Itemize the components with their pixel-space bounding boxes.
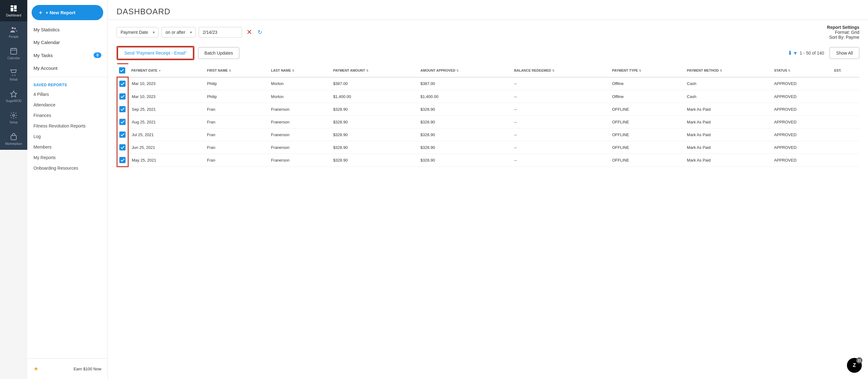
cell-payment-type: Offline <box>609 77 684 90</box>
cell-payment-date: Mar 10, 2023 <box>128 90 204 103</box>
saved-report-log[interactable]: Log <box>27 131 107 142</box>
action-bar: Send "Payment Receipt - Email" Batch Upd… <box>108 43 868 63</box>
new-report-button[interactable]: ＋ + New Report <box>32 5 103 20</box>
col-header-last-name[interactable]: LAST NAME ⇅ <box>268 64 330 77</box>
col-header-payment-date[interactable]: PAYMENT DATE ▼ <box>128 64 204 77</box>
earn-section[interactable]: ★ Earn $100 Now <box>27 361 107 376</box>
cell-balance-redeemed: -- <box>511 103 609 116</box>
saved-report-fitness[interactable]: Fitness Revolution Reports <box>27 121 107 131</box>
sort-arrow-amount-approved: ⇅ <box>456 69 459 72</box>
filter-operator-select[interactable]: on or after <box>161 27 196 37</box>
filter-value-input[interactable] <box>199 27 242 37</box>
saved-report-my-reports[interactable]: My Reports <box>27 152 107 163</box>
col-header-payment-type[interactable]: PAYMENT TYPE ⇅ <box>609 64 684 77</box>
cell-payment-method: Cash <box>684 77 771 90</box>
show-all-button[interactable]: Show All <box>830 47 859 59</box>
gear-icon <box>10 111 18 119</box>
sidebar-divider <box>27 77 107 77</box>
cell-amount-approved: $328.90 <box>417 154 511 167</box>
row-checkbox-cell <box>117 141 128 154</box>
saved-report-members[interactable]: Members <box>27 142 107 152</box>
saved-report-finances[interactable]: Finances <box>27 110 107 121</box>
svg-point-7 <box>12 75 13 76</box>
nav-item-sugarwod[interactable]: SugarWOD <box>0 86 27 107</box>
cell-amount-approved: $328.90 <box>417 116 511 128</box>
cell-est <box>831 154 859 167</box>
cell-last-name: Franerson <box>268 116 330 128</box>
icon-nav-container: Dashboard People Calendar Retail SugarWO… <box>0 0 27 150</box>
pagination-info: 1 - 50 of 140 <box>800 51 824 56</box>
nav-item-setup[interactable]: Setup <box>0 107 27 128</box>
col-header-balance-redeemed[interactable]: BALANCE REDEEMED ⇅ <box>511 64 609 77</box>
refresh-button[interactable]: ↻ <box>256 28 264 37</box>
batch-updates-button[interactable]: Batch Updates <box>198 47 240 59</box>
nav-item-calendar[interactable]: Calendar <box>0 43 27 64</box>
row-checkbox[interactable] <box>119 144 126 150</box>
row-checkbox-cell <box>117 128 128 141</box>
my-tasks-item[interactable]: My Tasks 0 <box>27 49 107 62</box>
cell-status: APPROVED <box>771 128 831 141</box>
svg-point-10 <box>13 114 15 117</box>
cell-balance-redeemed: -- <box>511 116 609 128</box>
main-content: DASHBOARD Payment Date on or after ✕ ↻ R… <box>108 0 868 379</box>
checkmark-icon <box>120 68 124 72</box>
nav-label-marketplace: Marketplace <box>5 142 22 145</box>
nav-item-dashboard[interactable]: Dashboard <box>0 0 27 21</box>
table-row: Mar 10, 2023 Philip Morton $387.00 $387.… <box>117 77 860 90</box>
check-icon <box>121 120 125 124</box>
nav-label-setup: Setup <box>10 121 18 124</box>
col-header-payment-amount[interactable]: PAYMENT AMOUNT ⇅ <box>330 64 417 77</box>
col-header-payment-method[interactable]: PAYMENT METHOD ⇅ <box>684 64 771 77</box>
nav-item-retail[interactable]: Retail <box>0 64 27 86</box>
page-title: DASHBOARD <box>117 7 859 17</box>
sort-arrow-payment-date: ▼ <box>158 69 161 72</box>
nav-item-marketplace[interactable]: Marketplace <box>0 128 27 150</box>
download-button[interactable]: ⬇ ▾ <box>788 50 797 56</box>
cell-payment-date: Sep 25, 2021 <box>128 103 204 116</box>
chat-bubble[interactable]: Z 21 <box>847 358 862 373</box>
cell-first-name: Fran <box>204 154 268 167</box>
people-icon <box>10 26 18 34</box>
col-header-status[interactable]: STATUS ⇅ <box>771 64 831 77</box>
table-row: Jul 25, 2021 Fran Franerson $328.90 $328… <box>117 128 860 141</box>
saved-reports-title: SAVED REPORTS <box>27 80 107 89</box>
clear-filter-button[interactable]: ✕ <box>245 29 253 36</box>
row-checkbox[interactable] <box>119 81 126 87</box>
nav-item-people[interactable]: People <box>0 21 27 43</box>
row-checkbox[interactable] <box>119 106 126 112</box>
cell-payment-amount: $328.90 <box>330 154 417 167</box>
cell-est <box>831 77 859 90</box>
send-email-button[interactable]: Send "Payment Receipt - Email" <box>118 47 193 59</box>
saved-report-4pillars[interactable]: 4 Pillars <box>27 89 107 99</box>
my-account-label: My Account <box>33 65 58 71</box>
col-header-amount-approved[interactable]: AMOUNT APPROVED ⇅ <box>417 64 511 77</box>
sort-arrow-last-name: ⇅ <box>292 69 294 72</box>
my-account-item[interactable]: My Account <box>27 62 107 75</box>
report-format: Grid <box>851 30 859 35</box>
retail-icon <box>10 68 18 77</box>
cell-status: APPROVED <box>771 154 831 167</box>
saved-report-attendance[interactable]: Attendance <box>27 99 107 110</box>
plus-icon: ＋ <box>38 9 43 16</box>
row-checkbox[interactable] <box>119 119 126 125</box>
cell-est <box>831 116 859 128</box>
cell-first-name: Fran <box>204 128 268 141</box>
row-checkbox-cell <box>117 90 128 103</box>
col-header-checkbox <box>117 64 128 77</box>
my-statistics-item[interactable]: My Statistics <box>27 23 107 36</box>
row-checkbox-cell <box>117 116 128 128</box>
select-all-checkbox[interactable] <box>119 67 125 74</box>
row-checkbox[interactable] <box>119 157 126 163</box>
cell-balance-redeemed: -- <box>511 77 609 90</box>
cell-amount-approved: $328.90 <box>417 141 511 154</box>
filter-field-select[interactable]: Payment Date <box>117 27 158 37</box>
cell-status: APPROVED <box>771 116 831 128</box>
row-checkbox[interactable] <box>119 93 126 99</box>
row-checkbox[interactable] <box>119 132 126 138</box>
my-tasks-label: My Tasks <box>33 53 53 58</box>
my-calendar-item[interactable]: My Calendar <box>27 36 107 49</box>
col-header-est[interactable]: EST. <box>831 64 859 77</box>
saved-report-onboarding[interactable]: Onboarding Resources <box>27 163 107 173</box>
col-header-first-name[interactable]: FIRST NAME ⇅ <box>204 64 268 77</box>
cell-payment-type: OFFLINE <box>609 128 684 141</box>
